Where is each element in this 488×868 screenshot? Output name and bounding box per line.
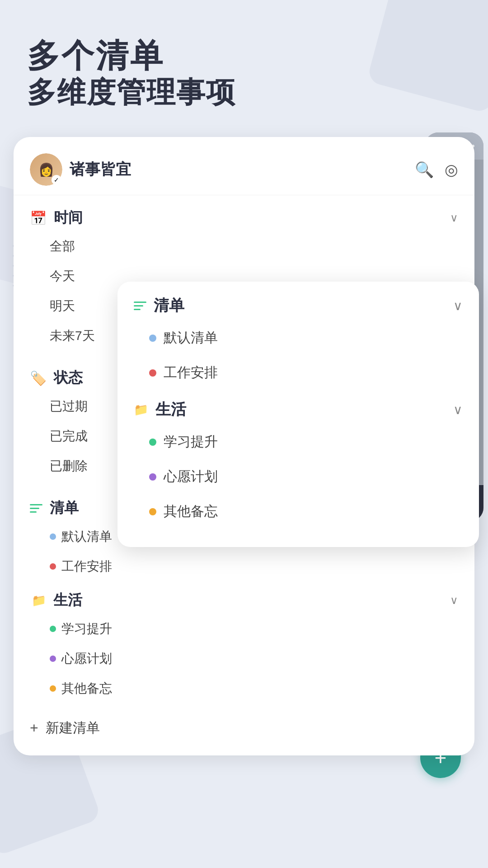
time-section-title: 时间 bbox=[54, 208, 443, 228]
sidebar-panel: 👩 ✓ 诸事皆宜 🔍 ◎ 📅 时间 ∨ 全部 今天 明天 未来7天 bbox=[14, 137, 474, 755]
new-list-plus-icon: + bbox=[30, 720, 38, 736]
dot-default-icon bbox=[50, 533, 56, 540]
list-item-memo[interactable]: 其他备忘 bbox=[50, 674, 458, 703]
popup-dot-study bbox=[149, 439, 156, 446]
popup-item-memo[interactable]: 其他备忘 bbox=[149, 494, 463, 529]
popup-item-work[interactable]: 工作安排 bbox=[149, 355, 463, 390]
list-item-wish[interactable]: 心愿计划 bbox=[50, 644, 458, 674]
avatar-badge: ✓ bbox=[52, 175, 61, 185]
popup-life-group-header[interactable]: 📁 生活 ∨ bbox=[117, 395, 479, 425]
popup-section-title: 清单 bbox=[154, 295, 446, 316]
list-item-study[interactable]: 学习提升 bbox=[50, 614, 458, 644]
popup-dot-work bbox=[149, 369, 156, 377]
new-list-button[interactable]: + 新建清单 bbox=[14, 708, 474, 742]
title-line2: 多维度管理事项 bbox=[27, 75, 461, 110]
title-line1: 多个清单 bbox=[27, 36, 461, 75]
popup-dot-memo bbox=[149, 508, 156, 515]
list-item-work[interactable]: 工作安排 bbox=[50, 552, 458, 581]
time-section-icon: 📅 bbox=[30, 210, 47, 226]
status-section-icon: 🏷️ bbox=[30, 370, 47, 386]
popup-lists-icon bbox=[134, 302, 146, 310]
popup-lists-panel: 清单 ∨ 默认清单 工作安排 📁 生活 ∨ bbox=[117, 282, 479, 547]
popup-list-items: 默认清单 工作安排 bbox=[117, 321, 479, 395]
popup-folder-life-icon: 📁 bbox=[134, 403, 148, 417]
life-group-items: 学习提升 心愿计划 其他备忘 bbox=[14, 614, 474, 708]
popup-chevron-icon: ∨ bbox=[453, 298, 463, 313]
popup-life-chevron: ∨ bbox=[453, 402, 463, 417]
popup-item-wish[interactable]: 心愿计划 bbox=[149, 459, 463, 494]
popup-item-default[interactable]: 默认清单 bbox=[149, 321, 463, 355]
dot-memo-icon bbox=[50, 685, 56, 692]
header-title-area: 多个清单 多维度管理事项 bbox=[0, 0, 488, 128]
dot-work-icon bbox=[50, 563, 56, 570]
sidebar-header: 👩 ✓ 诸事皆宜 🔍 ◎ bbox=[14, 137, 474, 195]
life-chevron-icon: ∨ bbox=[450, 594, 458, 607]
life-group-header[interactable]: 📁 生活 ∨ bbox=[14, 586, 474, 614]
new-list-label: 新建清单 bbox=[46, 719, 100, 737]
dot-wish-icon bbox=[50, 656, 56, 662]
popup-life-title: 生活 bbox=[155, 399, 446, 420]
search-icon[interactable]: 🔍 bbox=[415, 160, 434, 179]
popup-dot-default bbox=[149, 335, 156, 342]
sidebar-action-icons: 🔍 ◎ bbox=[415, 160, 458, 179]
settings-icon[interactable]: ◎ bbox=[445, 160, 458, 179]
popup-item-study[interactable]: 学习提升 bbox=[149, 425, 463, 459]
popup-section-header[interactable]: 清单 ∨ bbox=[117, 282, 479, 321]
time-item-all[interactable]: 全部 bbox=[50, 231, 458, 261]
folder-life-icon: 📁 bbox=[32, 594, 46, 608]
popup-life-items: 学习提升 心愿计划 其他备忘 bbox=[117, 425, 479, 533]
avatar: 👩 ✓ bbox=[30, 153, 62, 186]
time-chevron-icon: ∨ bbox=[450, 212, 458, 224]
popup-dot-wish bbox=[149, 473, 156, 481]
life-group-title: 生活 bbox=[53, 590, 443, 610]
phone-container: 2 ∨ 👩 ✓ 诸事皆宜 🔍 ◎ 📅 时 bbox=[14, 137, 474, 755]
lists-section-icon bbox=[30, 504, 42, 513]
sidebar-username: 诸事皆宜 bbox=[70, 159, 415, 180]
dot-study-icon bbox=[50, 626, 56, 632]
time-section-header[interactable]: 📅 时间 ∨ bbox=[14, 195, 474, 231]
